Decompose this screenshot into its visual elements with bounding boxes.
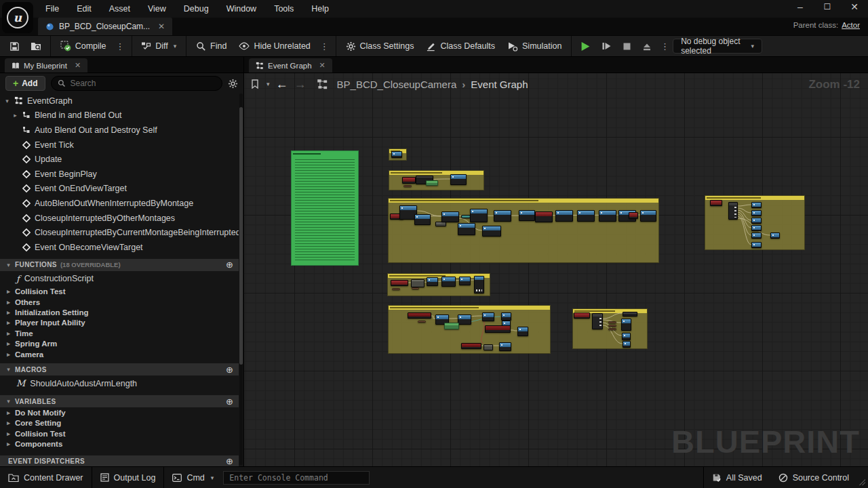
graph-node-blue[interactable] (751, 232, 762, 239)
maximize-button[interactable]: ☐ (822, 2, 833, 12)
search-input[interactable] (71, 79, 216, 88)
graph-node-blue[interactable] (751, 210, 762, 216)
diff-button[interactable]: Diff ▾ (135, 36, 182, 56)
caret-right-icon[interactable]: ▸ (5, 441, 12, 447)
compile-button[interactable]: Compile (54, 36, 113, 56)
caret-right-icon[interactable]: ▸ (5, 430, 12, 437)
bookmark-icon[interactable] (251, 79, 259, 89)
compile-options-icon[interactable]: ⋮ (113, 41, 128, 52)
browse-button[interactable] (25, 36, 47, 56)
graph-node-redwide[interactable] (461, 343, 481, 349)
tree-item[interactable]: CloseupInterruptedByOtherMontages (0, 211, 239, 226)
graph-node-redwide[interactable] (408, 312, 431, 319)
category-item[interactable]: ▸Initialization Setting (0, 307, 239, 317)
nav-back-arrow[interactable]: ← (276, 77, 288, 92)
tree-item[interactable]: AutoBlendOutWhenInterruptedByMontage (0, 196, 239, 211)
graph-node-gray[interactable] (411, 279, 425, 287)
graph-node-blue[interactable] (450, 174, 467, 185)
menu-item-edit[interactable]: Edit (68, 0, 100, 18)
minimize-button[interactable]: – (795, 1, 806, 12)
tree-scrollbar[interactable] (239, 94, 243, 465)
tab-my-blueprint[interactable]: My Blueprint ✕ (5, 58, 87, 73)
add-dispatcher-icon[interactable]: ⊕ (226, 457, 233, 466)
graph-node-blue[interactable] (499, 342, 511, 351)
graph-node-red[interactable] (574, 312, 590, 319)
source-control-button[interactable]: Source Control (770, 467, 857, 488)
graph-node-brown[interactable] (403, 185, 412, 187)
play-button[interactable] (575, 36, 596, 56)
resize-grip[interactable] (859, 479, 865, 485)
add-macro-icon[interactable]: ⊕ (226, 365, 233, 374)
category-item[interactable]: ▸Collision Test (0, 428, 239, 439)
graph-node-blue[interactable] (494, 210, 511, 222)
tree-item[interactable]: ▾EventGraph (0, 94, 239, 108)
tree-item[interactable]: Event OnEndViewTarget (0, 182, 239, 197)
graph-node-blue[interactable] (427, 277, 438, 286)
graph-node-blue[interactable] (519, 210, 535, 221)
menu-item-file[interactable]: File (37, 0, 68, 18)
graph-node-red[interactable] (402, 177, 416, 184)
caret-right-icon[interactable]: ▸ (5, 351, 12, 358)
graph-node-blue[interactable] (555, 210, 573, 222)
graph-node-bluetall[interactable] (474, 276, 484, 293)
graph-node-blue[interactable] (770, 232, 780, 239)
graph-node-blue[interactable] (751, 242, 762, 248)
caret-right-icon[interactable]: ▸ (5, 299, 12, 306)
menu-item-window[interactable]: Window (218, 0, 265, 18)
macro-item[interactable]: MShouldAutoAdustArmLength (0, 375, 239, 391)
console-command-box[interactable] (223, 471, 370, 485)
functions-section-header[interactable]: ▾ FUNCTIONS (18 OVERRIDABLE) ⊕ (0, 259, 239, 271)
class-defaults-button[interactable]: Class Defaults (420, 36, 501, 56)
graph-node-dark[interactable] (623, 312, 637, 317)
graph-node-brown[interactable] (608, 328, 616, 330)
menu-item-debug[interactable]: Debug (175, 0, 218, 18)
menu-item-asset[interactable]: Asset (100, 0, 139, 18)
play-options-icon[interactable]: ⋮ (657, 41, 673, 52)
graph-node-blue[interactable] (441, 211, 459, 222)
graph-node-red[interactable] (629, 212, 638, 219)
category-item[interactable]: ▸Others (0, 297, 239, 307)
graph-node-blue[interactable] (459, 277, 471, 285)
tree-item[interactable]: Event Tick (0, 138, 239, 152)
chevron-down-icon[interactable]: ▾ (267, 81, 270, 87)
graph-node-blue[interactable] (501, 312, 511, 321)
category-item[interactable]: ▸Camera (0, 349, 239, 359)
graph-node-brown[interactable] (418, 321, 426, 323)
graph-node-blue[interactable] (623, 341, 631, 348)
graph-node-blue[interactable] (517, 327, 528, 336)
menu-item-help[interactable]: Help (302, 0, 338, 18)
graph-node-seq[interactable] (728, 202, 738, 220)
add-button[interactable]: + Add (5, 76, 45, 91)
graph-node-gray[interactable] (435, 222, 446, 226)
graph-node-blue[interactable] (414, 214, 431, 225)
graph-node-green[interactable] (444, 323, 459, 329)
graph-node-red[interactable] (535, 211, 553, 222)
graph-node-blue[interactable] (599, 210, 616, 222)
panel-settings-gear-icon[interactable] (228, 79, 238, 89)
graph-node-blue[interactable] (751, 202, 762, 208)
caret-right-icon[interactable]: ▸ (5, 309, 12, 316)
graph-node-blue[interactable] (458, 314, 471, 325)
output-log-button[interactable]: Output Log (92, 467, 164, 488)
save-button[interactable] (4, 36, 25, 56)
macros-section-header[interactable]: ▾ MACROS ⊕ (0, 363, 239, 375)
asset-tab[interactable]: BP_BCD_CloseupCam... ✕ (38, 18, 172, 35)
graph-node-blue[interactable] (441, 277, 456, 287)
event-dispatchers-section-header[interactable]: EVENT DISPATCHERS ⊕ (0, 455, 239, 466)
caret-right-icon[interactable]: ▸ (5, 288, 12, 295)
function-item[interactable]: ƒConstructionScript (0, 271, 239, 287)
graph-node-teal[interactable] (461, 215, 471, 218)
graph-node-brown[interactable] (608, 325, 616, 327)
variables-section-header[interactable]: ▾ VARIABLES ⊕ (0, 395, 239, 407)
menu-item-tools[interactable]: Tools (265, 0, 302, 18)
hide-unrelated-button[interactable]: Hide Unrelated (233, 36, 316, 56)
add-function-icon[interactable]: ⊕ (226, 260, 233, 269)
breadcrumb-root[interactable]: BP_BCD_CloseupCamera (337, 79, 457, 90)
eject-button[interactable] (637, 36, 657, 56)
graph-node-red[interactable] (710, 200, 722, 206)
tree-item[interactable]: Event BeginPlay (0, 167, 239, 182)
graph-node-blue[interactable] (391, 151, 402, 158)
stop-button[interactable] (617, 36, 637, 56)
debug-object-dropdown[interactable]: No debug object selected ▾ (673, 39, 762, 54)
caret-right-icon[interactable]: ▸ (5, 409, 12, 416)
